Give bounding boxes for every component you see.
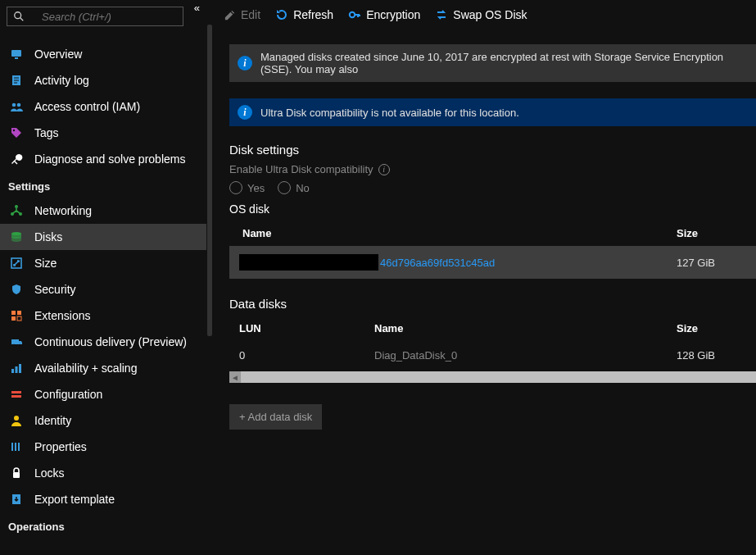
svg-point-11 bbox=[15, 205, 18, 208]
sidebar-item-configuration[interactable]: Configuration bbox=[0, 381, 206, 407]
sidebar-search[interactable] bbox=[7, 7, 183, 26]
sidebar-item-disks[interactable]: Disks bbox=[0, 224, 206, 250]
edit-icon bbox=[223, 8, 236, 21]
col-name-header: Name bbox=[239, 227, 677, 239]
svg-rect-16 bbox=[11, 311, 16, 315]
os-disk-link[interactable]: 46d796aa69fd531c45ad bbox=[380, 257, 495, 269]
sidebar-item-label: Availability + scaling bbox=[34, 362, 137, 375]
sidebar-item-overview[interactable]: Overview bbox=[0, 41, 206, 67]
sidebar-item-label: Continuous delivery (Preview) bbox=[34, 335, 187, 348]
encryption-button[interactable]: Encryption bbox=[348, 8, 420, 21]
sidebar-item-access-control-iam-[interactable]: Access control (IAM) bbox=[0, 93, 206, 120]
sidebar-item-label: Properties bbox=[34, 440, 87, 453]
os-table-header: Name Size bbox=[229, 221, 756, 246]
sidebar-item-label: Disks bbox=[34, 230, 62, 243]
os-disk-table: Name Size 46d796aa69fd531c45ad 127 GiB bbox=[229, 221, 756, 279]
refresh-icon bbox=[275, 8, 288, 21]
lock-icon bbox=[10, 466, 23, 480]
sidebar-item-label: Access control (IAM) bbox=[34, 100, 140, 113]
sidebar-item-label: Security bbox=[34, 283, 76, 296]
wrench-icon bbox=[10, 152, 23, 166]
svg-point-22 bbox=[19, 344, 21, 347]
sidebar-item-export-template[interactable]: Export template bbox=[0, 486, 206, 512]
ultra-banner-text: Ultra Disk compatibility is not availabl… bbox=[260, 107, 519, 119]
sidebar: « OverviewActivity logAccess control (IA… bbox=[0, 0, 206, 555]
scroll-left-icon[interactable]: ◄ bbox=[229, 371, 241, 383]
sidebar-item-size[interactable]: Size bbox=[0, 250, 206, 276]
sidebar-item-continuous-delivery-preview-[interactable]: Continuous delivery (Preview) bbox=[0, 329, 206, 355]
extensions-icon bbox=[10, 309, 23, 322]
svg-rect-3 bbox=[15, 57, 18, 59]
sidebar-item-label: Size bbox=[34, 257, 57, 270]
horizontal-scrollbar[interactable]: ◄ bbox=[229, 371, 756, 383]
edit-label: Edit bbox=[241, 8, 260, 21]
size-icon bbox=[10, 257, 23, 270]
ultra-compat-label: Enable Ultra Disk compatibility i bbox=[229, 163, 390, 175]
sidebar-operations-heading: Operations bbox=[0, 512, 206, 538]
svg-rect-23 bbox=[11, 369, 14, 373]
os-disk-heading: OS disk bbox=[229, 202, 756, 216]
ultra-yes-radio[interactable]: Yes bbox=[229, 181, 265, 194]
sidebar-item-properties[interactable]: Properties bbox=[0, 434, 206, 460]
tag-icon bbox=[10, 126, 23, 139]
export-icon bbox=[10, 493, 23, 506]
sidebar-item-identity[interactable]: Identity bbox=[0, 407, 206, 434]
sidebar-item-extensions[interactable]: Extensions bbox=[0, 303, 206, 329]
svg-point-10 bbox=[13, 130, 15, 131]
edit-button: Edit bbox=[223, 8, 260, 21]
data-table-header: LUN Name Size bbox=[229, 316, 756, 341]
svg-point-9 bbox=[17, 103, 21, 107]
properties-icon bbox=[10, 440, 23, 453]
sidebar-item-tags[interactable]: Tags bbox=[0, 120, 206, 146]
sidebar-item-label: Activity log bbox=[34, 74, 89, 87]
svg-rect-25 bbox=[19, 364, 21, 373]
col-name-header: Name bbox=[374, 322, 677, 334]
monitor-icon bbox=[10, 48, 23, 61]
main-content: Edit Refresh Encryption Swap OS Disk i M… bbox=[213, 0, 756, 555]
data-disk-name: Diag_DataDisk_0 bbox=[374, 349, 677, 362]
data-disk-row[interactable]: 0 Diag_DataDisk_0 128 GiB bbox=[229, 341, 756, 370]
sidebar-item-locks[interactable]: Locks bbox=[0, 460, 206, 486]
swap-icon bbox=[435, 8, 448, 21]
swap-label: Swap OS Disk bbox=[453, 8, 527, 21]
collapse-sidebar-icon[interactable]: « bbox=[194, 2, 200, 14]
svg-rect-2 bbox=[11, 50, 21, 57]
svg-point-8 bbox=[12, 103, 16, 107]
radio-icon bbox=[229, 181, 242, 194]
sidebar-item-diagnose-and-solve-problems[interactable]: Diagnose and solve problems bbox=[0, 146, 206, 172]
sidebar-item-activity-log[interactable]: Activity log bbox=[0, 67, 206, 93]
add-data-disk-button[interactable]: + Add data disk bbox=[229, 404, 322, 430]
info-outline-icon[interactable]: i bbox=[378, 164, 390, 175]
sidebar-item-label: Locks bbox=[34, 466, 65, 480]
sidebar-item-networking[interactable]: Networking bbox=[0, 198, 206, 224]
sidebar-item-security[interactable]: Security bbox=[0, 276, 206, 303]
info-icon: i bbox=[238, 105, 252, 120]
svg-rect-27 bbox=[11, 395, 21, 398]
sidebar-item-label: Overview bbox=[34, 48, 82, 61]
search-input[interactable] bbox=[37, 11, 178, 23]
swap-disk-button[interactable]: Swap OS Disk bbox=[435, 8, 527, 21]
scaling-icon bbox=[10, 362, 23, 375]
col-size-header: Size bbox=[677, 227, 746, 239]
refresh-button[interactable]: Refresh bbox=[275, 8, 333, 21]
svg-rect-26 bbox=[11, 391, 21, 394]
sidebar-item-label: Identity bbox=[34, 414, 71, 427]
search-icon bbox=[12, 10, 25, 23]
sidebar-top-list: OverviewActivity logAccess control (IAM)… bbox=[0, 33, 206, 172]
sidebar-item-availability-scaling[interactable]: Availability + scaling bbox=[0, 355, 206, 381]
sidebar-item-label: Networking bbox=[34, 204, 92, 217]
network-icon bbox=[10, 204, 23, 217]
refresh-label: Refresh bbox=[293, 8, 333, 21]
sse-info-banner: i Managed disks created since June 10, 2… bbox=[229, 44, 756, 82]
ultra-no-radio[interactable]: No bbox=[278, 181, 310, 194]
os-disk-row[interactable]: 46d796aa69fd531c45ad 127 GiB bbox=[229, 246, 756, 279]
identity-icon bbox=[10, 414, 23, 427]
sidebar-item-label: Diagnose and solve problems bbox=[34, 152, 185, 166]
svg-rect-32 bbox=[13, 472, 20, 478]
pane-divider[interactable] bbox=[206, 0, 213, 555]
svg-line-1 bbox=[20, 18, 24, 21]
ultra-radio-group: Yes No bbox=[229, 181, 756, 194]
col-lun-header: LUN bbox=[239, 322, 374, 334]
sidebar-item-label: Tags bbox=[34, 126, 59, 139]
svg-rect-17 bbox=[17, 311, 21, 315]
